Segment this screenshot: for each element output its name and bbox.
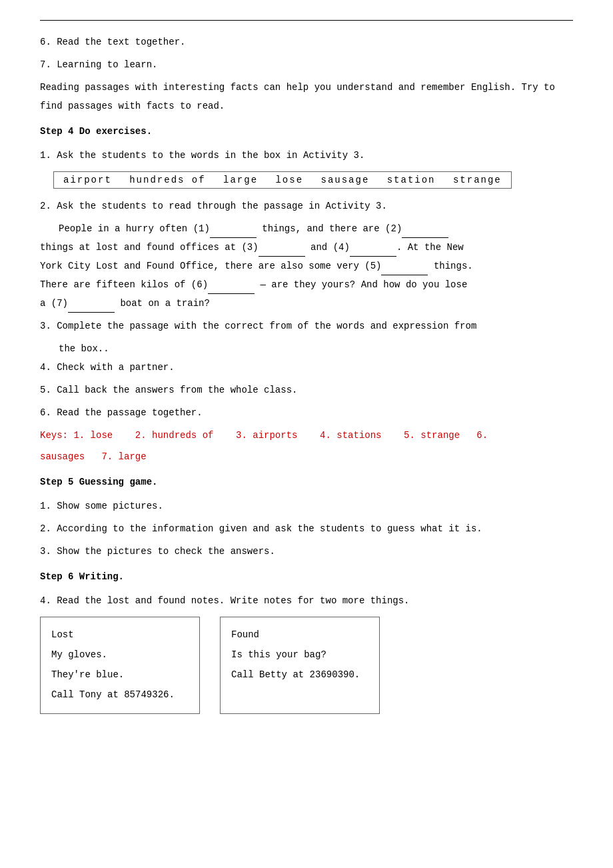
step4-item-4-text: Check with a partner. — [57, 362, 174, 373]
step4-item-6-text: Read the passage together. — [57, 407, 202, 418]
word-sausage: sausage — [320, 175, 369, 185]
passage-line3: York City Lost and Found Office, there a… — [40, 257, 573, 275]
blank-5 — [381, 266, 428, 275]
step4-item-5: 5. Call back the answers from the whole … — [40, 381, 573, 399]
word-airport: airport — [63, 175, 112, 185]
lost-title: Lost — [51, 625, 189, 644]
step4-item-2: 2. Ask the students to read through the … — [40, 197, 573, 215]
keys-line1: Keys: 1. lose 2. hundreds of 3. airports… — [40, 426, 573, 445]
step5-item-3: 3. Show the pictures to check the answer… — [40, 542, 573, 561]
top-divider — [40, 20, 573, 21]
word-box-container: airport hundreds of large lose sausage s… — [40, 169, 573, 193]
found-title: Found — [231, 625, 368, 644]
item-7: 7. Learning to learn. — [40, 55, 573, 74]
blank-1 — [210, 229, 257, 238]
step5-item-2: 2. According to the information given an… — [40, 519, 573, 538]
step6-item-4: 4. Read the lost and found notes. Write … — [40, 591, 573, 610]
step6-heading: Step 6 Writing. — [40, 567, 573, 586]
lost-line-1: My gloves. — [51, 645, 189, 664]
step4-item-4: 4. Check with a partner. — [40, 358, 573, 377]
step4-item-2-number: 2. — [40, 201, 51, 211]
reading-passage: Reading passages with interesting facts … — [40, 78, 573, 115]
step4-item-5-text: Call back the answers from the whole cla… — [57, 385, 297, 395]
step4-item-3: 3. Complete the passage with the correct… — [40, 317, 573, 335]
lost-line-3: Call Tony at 85749326. — [51, 685, 189, 704]
step4-item-4-number: 4. — [40, 362, 51, 373]
passage-block: People in a hurry often (1) things, and … — [40, 219, 573, 313]
step4-item-3-number: 3. — [40, 321, 51, 331]
item-6: 6. Read the text together. — [40, 33, 573, 51]
passage-line1: People in a hurry often (1) things, and … — [40, 219, 573, 238]
lost-box: Lost My gloves. They're blue. Call Tony … — [40, 617, 200, 714]
step4-item-2-text: Ask the students to read through the pas… — [57, 201, 387, 211]
word-strange: strange — [453, 175, 502, 185]
word-box: airport hundreds of large lose sausage s… — [53, 171, 512, 189]
step4-item-6-number: 6. — [40, 407, 51, 418]
passage-line5: a (7) boat on a train? — [40, 294, 573, 313]
step4-item-1-number: 1. — [40, 150, 51, 161]
step4-item-3-text: Complete the passage with the correct fr… — [57, 321, 476, 331]
passage-line2: things at lost and found offices at (3) … — [40, 238, 573, 257]
step5-heading: Step 5 Guessing game. — [40, 473, 573, 491]
step4-item-6: 6. Read the passage together. — [40, 403, 573, 422]
item-6-text: Read the text together. — [57, 37, 185, 47]
lost-line-2: They're blue. — [51, 665, 189, 684]
item-7-number: 7. — [40, 59, 51, 70]
item-6-number: 6. — [40, 37, 51, 47]
step4-item-1-text: Ask the students to the words in the box… — [57, 150, 364, 161]
keys-line2: sausages 7. large — [40, 447, 573, 466]
passage-line4: There are fifteen kilos of (6) — are the… — [40, 275, 573, 294]
blank-3 — [259, 247, 305, 257]
found-box: Found Is this your bag? Call Betty at 23… — [220, 617, 380, 714]
word-hundreds: hundreds of — [129, 175, 205, 185]
lost-found-container: Lost My gloves. They're blue. Call Tony … — [40, 617, 573, 714]
blank-4 — [350, 247, 396, 257]
step4-item-3-cont: the box.. — [59, 339, 573, 358]
blank-7 — [68, 303, 115, 313]
step5-item-1: 1. Show some pictures. — [40, 497, 573, 515]
item-7-text: Learning to learn. — [57, 59, 157, 70]
found-line-1: Is this your bag? — [231, 645, 368, 664]
blank-2 — [402, 229, 448, 238]
found-line-2: Call Betty at 23690390. — [231, 665, 368, 684]
word-large: large — [223, 175, 258, 185]
step4-heading: Step 4 Do exercises. — [40, 122, 573, 141]
blank-6 — [208, 285, 255, 294]
word-lose: lose — [275, 175, 303, 185]
step4-item-5-number: 5. — [40, 385, 51, 395]
word-station: station — [387, 175, 436, 185]
step4-item-1: 1. Ask the students to the words in the … — [40, 146, 573, 165]
